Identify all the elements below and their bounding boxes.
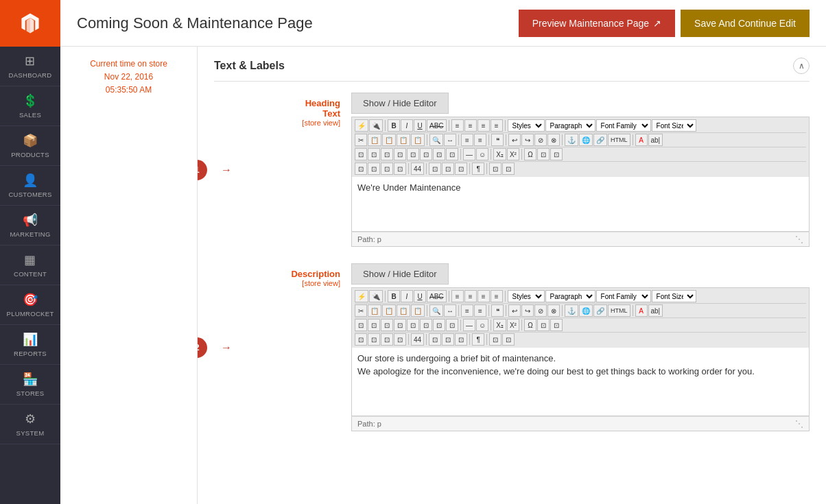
tb-d-font-family-select[interactable]: Font Family bbox=[596, 290, 651, 302]
heading-show-hide-editor-button[interactable]: Show / Hide Editor bbox=[351, 93, 449, 114]
sidebar-item-dashboard[interactable]: ⊞ DASHBOARD bbox=[0, 47, 60, 86]
tb-r1[interactable]: ⊡ bbox=[355, 163, 367, 175]
tb-t8[interactable]: ⊡ bbox=[446, 148, 458, 160]
tb-d-omega[interactable]: Ω bbox=[524, 319, 536, 331]
tb-table[interactable]: ⊡ bbox=[355, 148, 367, 160]
tb-d-align-left[interactable]: ≡ bbox=[451, 290, 464, 302]
tb-underline[interactable]: U bbox=[414, 119, 426, 132]
tb-copy[interactable]: 📋 bbox=[368, 134, 381, 146]
tb-d-r9[interactable]: ⊡ bbox=[502, 333, 515, 346]
tb-d-sp2[interactable]: ⊡ bbox=[550, 319, 563, 331]
tb-para[interactable]: ¶ bbox=[472, 163, 484, 175]
resize-handle-1[interactable]: ⋱ bbox=[795, 235, 803, 244]
tb-plugin1[interactable]: ⚡ bbox=[355, 119, 368, 132]
tb-r3[interactable]: ⊡ bbox=[381, 163, 393, 175]
tb-sub[interactable]: X₂ bbox=[493, 148, 506, 160]
tb-d-italic[interactable]: I bbox=[401, 290, 413, 302]
tb-d-paste[interactable]: 📋 bbox=[382, 304, 396, 317]
tb-ol[interactable]: ≡ bbox=[474, 134, 486, 146]
tb-d-redo[interactable]: ↪ bbox=[521, 304, 534, 317]
tb-cut[interactable]: ✂ bbox=[355, 134, 367, 146]
tb-font-size-select[interactable]: Font Size bbox=[652, 119, 696, 132]
heading-editor-content[interactable]: We're Under Maintenance bbox=[351, 177, 810, 232]
tb-d-r5[interactable]: ⊡ bbox=[429, 333, 441, 346]
tb-find[interactable]: 🔍 bbox=[429, 134, 443, 146]
tb-d-undo[interactable]: ↩ bbox=[508, 304, 521, 317]
preview-button[interactable]: Preview Maintenance Page ↗ bbox=[519, 10, 675, 37]
tb-d-44[interactable]: 44 bbox=[411, 333, 424, 346]
tb-bg-color[interactable]: ab| bbox=[648, 134, 663, 146]
tb-d-r6[interactable]: ⊡ bbox=[442, 333, 454, 346]
tb-d-ol[interactable]: ≡ bbox=[474, 304, 486, 317]
tb-r4[interactable]: ⊡ bbox=[394, 163, 406, 175]
tb-d-hr[interactable]: — bbox=[463, 319, 475, 331]
tb-d-sub[interactable]: X₂ bbox=[493, 319, 506, 331]
tb-d-replace[interactable]: ↔ bbox=[444, 304, 456, 317]
tb-undo[interactable]: ↩ bbox=[508, 134, 521, 146]
tb-r8[interactable]: ⊡ bbox=[489, 163, 502, 175]
tb-d-t6[interactable]: ⊡ bbox=[420, 319, 432, 331]
tb-d-font-color[interactable]: A bbox=[635, 304, 648, 317]
tb-d-t3[interactable]: ⊡ bbox=[381, 319, 393, 331]
tb-image[interactable]: 🌐 bbox=[579, 134, 593, 146]
tb-d-r4[interactable]: ⊡ bbox=[394, 333, 406, 346]
tb-t2[interactable]: ⊡ bbox=[368, 148, 380, 160]
tb-strikethrough[interactable]: ABC bbox=[427, 119, 447, 132]
tb-redo[interactable]: ↪ bbox=[521, 134, 534, 146]
description-show-hide-editor-button[interactable]: Show / Hide Editor bbox=[351, 263, 449, 285]
tb-d-underline[interactable]: U bbox=[414, 290, 426, 302]
tb-paste-text[interactable]: 📋 bbox=[397, 134, 410, 146]
tb-d-r8[interactable]: ⊡ bbox=[489, 333, 502, 346]
tb-d-cut[interactable]: ✂ bbox=[355, 304, 367, 317]
tb-d-align-right[interactable]: ≡ bbox=[477, 290, 490, 302]
tb-d-x[interactable]: ⊗ bbox=[547, 304, 560, 317]
tb-d-para[interactable]: ¶ bbox=[472, 333, 484, 346]
tb-d-align-justify[interactable]: ≡ bbox=[491, 290, 503, 302]
tb-d-t5[interactable]: ⊡ bbox=[407, 319, 419, 331]
tb-r9[interactable]: ⊡ bbox=[502, 163, 515, 175]
tb-d-link[interactable]: 🔗 bbox=[593, 304, 607, 317]
tb-d-r1[interactable]: ⊡ bbox=[355, 333, 367, 346]
sidebar-item-sales[interactable]: 💲 SALES bbox=[0, 86, 60, 126]
tb-sp2[interactable]: ⊡ bbox=[550, 148, 563, 160]
tb-plugin2[interactable]: 🔌 bbox=[369, 119, 383, 132]
tb-omega[interactable]: Ω bbox=[524, 148, 536, 160]
tb-d-bg-color[interactable]: ab| bbox=[648, 304, 663, 317]
tb-blockquote[interactable]: ❝ bbox=[491, 134, 504, 146]
tb-d-blockquote[interactable]: ❝ bbox=[491, 304, 504, 317]
tb-d-styles-select[interactable]: Styles bbox=[508, 290, 545, 302]
tb-smiley[interactable]: ☺ bbox=[476, 148, 488, 160]
tb-d-t7[interactable]: ⊡ bbox=[433, 319, 445, 331]
description-editor-content[interactable]: Our store is undergoing a brief bit of m… bbox=[351, 348, 810, 416]
sidebar-item-reports[interactable]: 📊 REPORTS bbox=[0, 325, 60, 365]
tb-sup[interactable]: X² bbox=[507, 148, 519, 160]
tb-d-strike[interactable]: ABC bbox=[427, 290, 447, 302]
tb-align-justify[interactable]: ≡ bbox=[491, 119, 503, 132]
tb-d-paragraph-select[interactable]: Paragraph bbox=[545, 290, 595, 302]
save-continue-button[interactable]: Save And Continue Edit bbox=[681, 10, 810, 37]
tb-anchor[interactable]: ⚓ bbox=[565, 134, 578, 146]
tb-d-align-center[interactable]: ≡ bbox=[464, 290, 477, 302]
tb-align-center[interactable]: ≡ bbox=[464, 119, 477, 132]
tb-d-bold[interactable]: B bbox=[388, 290, 400, 302]
tb-font-color[interactable]: A bbox=[635, 134, 648, 146]
tb-paragraph-select[interactable]: Paragraph bbox=[545, 119, 595, 132]
tb-d-copy[interactable]: 📋 bbox=[368, 304, 381, 317]
tb-d-t8[interactable]: ⊡ bbox=[446, 319, 458, 331]
tb-align-right[interactable]: ≡ bbox=[477, 119, 490, 132]
tb-paste-word[interactable]: 📋 bbox=[411, 134, 425, 146]
tb-t3[interactable]: ⊡ bbox=[381, 148, 393, 160]
collapse-button[interactable]: ∧ bbox=[793, 58, 810, 74]
tb-replace[interactable]: ↔ bbox=[444, 134, 456, 146]
tb-d-r3[interactable]: ⊡ bbox=[381, 333, 393, 346]
sidebar-item-marketing[interactable]: 📢 MARKETING bbox=[0, 206, 60, 245]
tb-d-find[interactable]: 🔍 bbox=[429, 304, 443, 317]
tb-styles-select[interactable]: Styles bbox=[508, 119, 545, 132]
tb-d-no[interactable]: ⊘ bbox=[534, 304, 547, 317]
tb-ul[interactable]: ≡ bbox=[461, 134, 473, 146]
sidebar-item-system[interactable]: ⚙ SYSTEM bbox=[0, 405, 60, 444]
tb-r7[interactable]: ⊡ bbox=[455, 163, 467, 175]
tb-t6[interactable]: ⊡ bbox=[420, 148, 432, 160]
tb-d-smiley[interactable]: ☺ bbox=[476, 319, 488, 331]
tb-italic[interactable]: I bbox=[401, 119, 413, 132]
